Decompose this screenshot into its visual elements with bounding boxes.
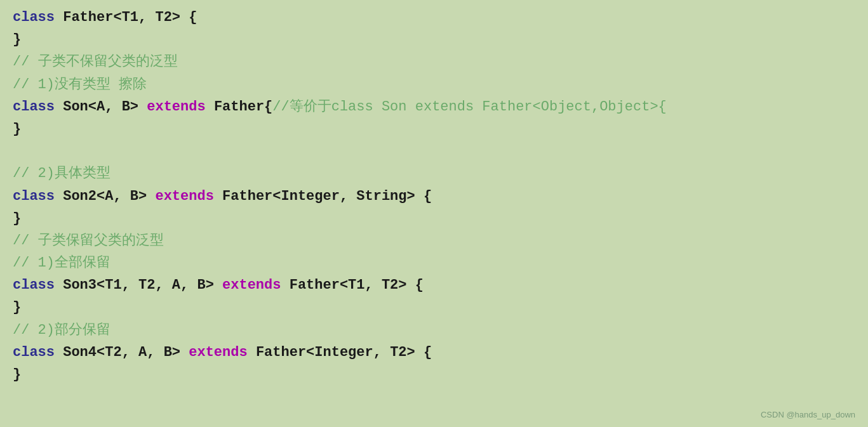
code-line: // 子类不保留父类的泛型 (13, 51, 855, 73)
code-line: // 2)部分保留 (13, 319, 855, 341)
code-token: // 子类保留父类的泛型 (13, 233, 164, 249)
code-token: Father<Integer, String> { (222, 188, 432, 204)
code-token: } (13, 121, 21, 137)
code-token: // 1)没有类型 擦除 (13, 77, 147, 93)
code-token: extends (189, 345, 256, 360)
code-line: // 子类保留父类的泛型 (13, 230, 855, 252)
code-token: Father{ (214, 99, 272, 115)
code-token: Father<T1, T2> { (290, 277, 424, 293)
code-line: class Son3<T1, T2, A, B> extends Father<… (13, 274, 855, 296)
code-token: extends (155, 188, 222, 204)
code-line: // 2)具体类型 (13, 162, 855, 185)
code-line: } (13, 29, 855, 51)
code-token: } (13, 32, 21, 48)
code-line: class Son<A, B> extends Father{//等价于clas… (13, 96, 855, 118)
code-line: } (13, 364, 855, 386)
code-line: // 1)全部保留 (13, 252, 855, 274)
code-token: } (13, 367, 21, 383)
code-token: Father<T1, T2> { (63, 10, 197, 25)
code-token: Son2<A, B> (63, 188, 155, 204)
code-token: // 2)部分保留 (13, 322, 110, 338)
code-token: extends (147, 99, 214, 115)
code-token: //等价于class Son extends Father<Object,Obj… (272, 99, 667, 115)
code-token: Son4<T2, A, B> (63, 345, 189, 360)
code-token: class (13, 277, 63, 293)
code-line: // 1)没有类型 擦除 (13, 74, 855, 96)
code-container: class Father<T1, T2> {}// 子类不保留父类的泛型// 1… (0, 0, 868, 427)
code-line: class Son2<A, B> extends Father<Integer,… (13, 185, 855, 207)
code-token: class (13, 188, 63, 204)
code-token: } (13, 211, 21, 227)
code-token: class (13, 345, 63, 360)
code-token: class (13, 99, 63, 115)
code-token: extends (222, 277, 290, 293)
code-line: } (13, 118, 855, 140)
code-line: class Son4<T2, A, B> extends Father<Inte… (13, 341, 855, 364)
code-token: // 1)全部保留 (13, 255, 110, 271)
code-block: class Father<T1, T2> {}// 子类不保留父类的泛型// 1… (13, 6, 855, 386)
code-token: // 2)具体类型 (13, 166, 110, 181)
code-token: Father<Integer, T2> { (256, 345, 432, 360)
code-token: // 子类不保留父类的泛型 (13, 54, 178, 70)
watermark: CSDN @hands_up_down (761, 410, 855, 419)
code-token: class (13, 10, 63, 25)
code-line: class Father<T1, T2> { (13, 6, 855, 29)
code-line (13, 140, 855, 162)
code-token: Son<A, B> (63, 99, 147, 115)
code-token: } (13, 299, 21, 315)
code-token: Son3<T1, T2, A, B> (63, 277, 222, 293)
code-line: } (13, 207, 855, 230)
code-line: } (13, 296, 855, 319)
